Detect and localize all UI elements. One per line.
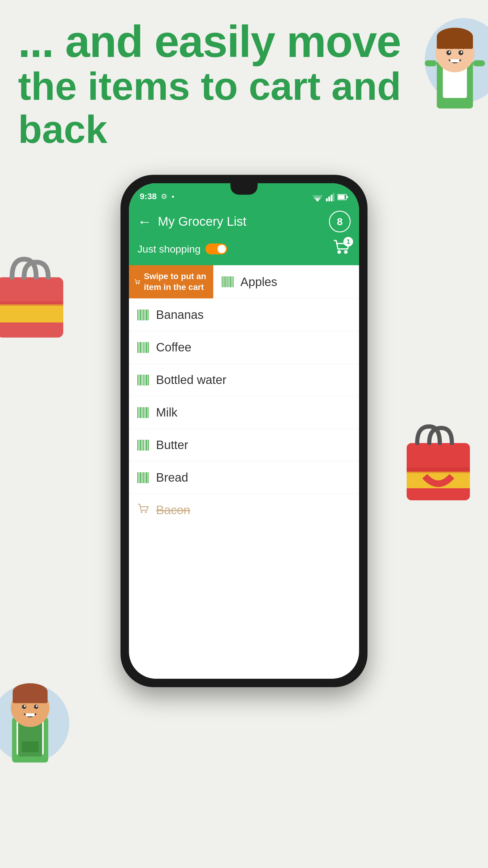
svg-rect-52: [229, 276, 230, 287]
svg-rect-79: [148, 375, 149, 385]
bananas-item[interactable]: Bananas: [129, 299, 359, 331]
svg-rect-86: [146, 407, 147, 418]
svg-rect-5: [437, 37, 473, 49]
swipe-hint-text: Swipe to put an item in the cart: [144, 271, 208, 293]
svg-rect-11: [425, 60, 437, 66]
bread-item[interactable]: Bread: [129, 461, 359, 494]
bottled-water-item[interactable]: Bottled water: [129, 364, 359, 396]
milk-item[interactable]: Milk: [129, 396, 359, 429]
cart-count-badge: 1: [344, 237, 353, 247]
svg-rect-74: [140, 375, 141, 385]
svg-rect-36: [326, 198, 328, 201]
svg-point-46: [138, 283, 139, 284]
svg-rect-95: [148, 440, 149, 451]
cart-icon-button[interactable]: 1: [332, 239, 351, 258]
svg-point-8: [449, 51, 450, 53]
svg-point-104: [141, 511, 142, 513]
svg-rect-49: [224, 276, 226, 287]
svg-rect-76: [143, 375, 144, 385]
svg-rect-57: [139, 310, 139, 320]
status-time: 9:38: [140, 192, 157, 201]
svg-rect-98: [140, 472, 141, 483]
svg-rect-66: [140, 342, 141, 353]
svg-rect-18: [407, 467, 470, 473]
svg-rect-71: [148, 342, 149, 353]
svg-point-43: [337, 250, 341, 254]
bacon-label: Bacon: [156, 503, 190, 517]
svg-rect-50: [226, 276, 227, 287]
coffee-item[interactable]: Coffee: [129, 331, 359, 364]
svg-rect-59: [142, 310, 142, 320]
swipe-cart-icon: [134, 277, 140, 287]
decoration-person-bottom: [0, 657, 90, 772]
svg-point-30: [36, 705, 38, 707]
decoration-person-top: [386, 0, 488, 121]
apples-row[interactable]: Swipe to put an item in the cart: [129, 265, 359, 299]
bread-label: Bread: [156, 471, 188, 484]
toggle-knob: [218, 245, 226, 253]
bottled-water-label: Bottled water: [156, 373, 226, 387]
svg-rect-101: [144, 472, 145, 483]
svg-rect-23: [22, 741, 38, 752]
svg-rect-70: [146, 342, 147, 353]
status-left: 9:38 ⚙ ▪: [140, 192, 174, 201]
svg-rect-64: [137, 342, 138, 353]
bacon-cart-svg: [137, 504, 150, 514]
svg-rect-68: [143, 342, 144, 353]
svg-point-105: [145, 511, 147, 513]
svg-rect-99: [142, 472, 142, 483]
svg-rect-102: [146, 472, 147, 483]
svg-rect-82: [140, 407, 141, 418]
svg-rect-10: [450, 59, 459, 62]
barcode-icon-butter: [137, 439, 150, 451]
butter-item[interactable]: Butter: [129, 429, 359, 461]
svg-rect-80: [137, 407, 138, 418]
svg-rect-93: [145, 440, 145, 451]
barcode-icon-bread: [137, 472, 150, 484]
svg-rect-87: [148, 407, 149, 418]
shopping-toggle[interactable]: [205, 244, 227, 254]
svg-rect-53: [230, 276, 231, 287]
shopping-toggle-row[interactable]: Just shopping: [137, 243, 227, 255]
svg-rect-15: [0, 301, 63, 306]
settings-status-icon: ⚙: [161, 192, 167, 201]
svg-rect-69: [145, 342, 145, 353]
battery-status-icon: ▪: [172, 192, 174, 201]
svg-rect-58: [140, 310, 141, 320]
decoration-bag-right: [398, 416, 482, 513]
svg-rect-14: [0, 304, 63, 322]
barcode-icon-apples: [222, 276, 234, 288]
back-button[interactable]: ←: [137, 213, 152, 230]
svg-point-29: [24, 705, 26, 707]
phone-mockup: 9:38 ⚙ ▪: [121, 175, 367, 687]
svg-point-44: [344, 250, 348, 254]
decoration-bag-left: [0, 247, 75, 350]
svg-rect-41: [347, 196, 348, 198]
barcode-icon-milk: [137, 407, 150, 418]
bacon-item[interactable]: Bacon: [129, 494, 359, 526]
svg-rect-65: [139, 342, 139, 353]
svg-rect-31: [26, 713, 35, 716]
svg-rect-61: [144, 310, 145, 320]
svg-rect-47: [222, 276, 223, 287]
bacon-cart-icon: [137, 504, 150, 517]
svg-rect-94: [146, 440, 147, 451]
svg-point-45: [136, 283, 137, 284]
svg-rect-56: [137, 310, 138, 320]
svg-rect-75: [142, 375, 142, 385]
svg-rect-97: [139, 472, 139, 483]
top-bar-left: ← My Grocery List: [137, 213, 247, 230]
svg-rect-62: [146, 310, 147, 320]
svg-rect-85: [144, 407, 145, 418]
milk-label: Milk: [156, 406, 177, 419]
svg-rect-92: [143, 440, 144, 451]
svg-rect-26: [13, 692, 47, 703]
svg-rect-72: [137, 375, 138, 385]
svg-rect-73: [139, 375, 139, 385]
barcode-icon-bananas: [137, 309, 150, 321]
svg-rect-42: [338, 195, 345, 199]
barcode-icon-water: [137, 374, 150, 386]
grocery-list: Swipe to put an item in the cart: [129, 265, 359, 526]
svg-rect-37: [328, 196, 330, 201]
svg-rect-60: [143, 310, 144, 320]
